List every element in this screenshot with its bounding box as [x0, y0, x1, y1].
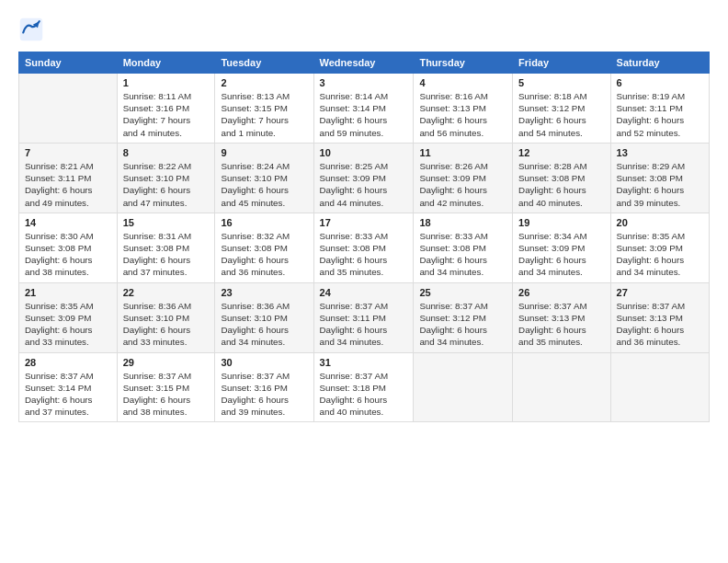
day-info: Sunrise: 8:37 AMSunset: 3:18 PMDaylight:… — [320, 370, 408, 419]
day-number: 15 — [123, 217, 210, 228]
day-info: Sunrise: 8:33 AMSunset: 3:08 PMDaylight:… — [419, 230, 506, 279]
day-info: Sunrise: 8:19 AMSunset: 3:11 PMDaylight:… — [617, 90, 703, 139]
calendar-cell: 10Sunrise: 8:25 AMSunset: 3:09 PMDayligh… — [313, 143, 414, 213]
calendar-cell — [610, 352, 709, 422]
calendar-cell: 31Sunrise: 8:37 AMSunset: 3:18 PMDayligh… — [313, 352, 414, 422]
day-number: 18 — [419, 217, 506, 228]
day-info: Sunrise: 8:16 AMSunset: 3:13 PMDaylight:… — [419, 90, 506, 139]
calendar-cell: 25Sunrise: 8:37 AMSunset: 3:12 PMDayligh… — [414, 282, 513, 352]
calendar-cell: 11Sunrise: 8:26 AMSunset: 3:09 PMDayligh… — [414, 143, 513, 213]
day-number: 17 — [320, 217, 408, 228]
calendar-week-5: 28Sunrise: 8:37 AMSunset: 3:14 PMDayligh… — [19, 352, 710, 422]
day-number: 4 — [419, 77, 506, 88]
day-info: Sunrise: 8:31 AMSunset: 3:08 PMDaylight:… — [123, 230, 210, 279]
calendar-cell: 24Sunrise: 8:37 AMSunset: 3:11 PMDayligh… — [313, 282, 414, 352]
calendar-header: SundayMondayTuesdayWednesdayThursdayFrid… — [19, 52, 710, 74]
day-number: 2 — [221, 77, 307, 88]
calendar-cell: 13Sunrise: 8:29 AMSunset: 3:08 PMDayligh… — [610, 143, 709, 213]
weekday-header-wednesday: Wednesday — [313, 52, 414, 74]
day-info: Sunrise: 8:26 AMSunset: 3:09 PMDaylight:… — [419, 160, 506, 209]
page-header — [18, 17, 710, 42]
day-info: Sunrise: 8:14 AMSunset: 3:14 PMDaylight:… — [320, 90, 408, 139]
calendar-cell: 9Sunrise: 8:24 AMSunset: 3:10 PMDaylight… — [215, 143, 313, 213]
day-number: 10 — [320, 147, 408, 158]
calendar-cell: 12Sunrise: 8:28 AMSunset: 3:08 PMDayligh… — [513, 143, 610, 213]
day-number: 19 — [518, 217, 604, 228]
day-number: 22 — [123, 287, 210, 298]
day-info: Sunrise: 8:35 AMSunset: 3:09 PMDaylight:… — [617, 230, 703, 279]
calendar-week-1: 1Sunrise: 8:11 AMSunset: 3:16 PMDaylight… — [19, 74, 710, 144]
day-info: Sunrise: 8:24 AMSunset: 3:10 PMDaylight:… — [221, 160, 307, 209]
calendar-cell: 6Sunrise: 8:19 AMSunset: 3:11 PMDaylight… — [610, 74, 709, 144]
day-info: Sunrise: 8:22 AMSunset: 3:10 PMDaylight:… — [123, 160, 210, 209]
day-info: Sunrise: 8:13 AMSunset: 3:15 PMDaylight:… — [221, 90, 307, 139]
weekday-header-sunday: Sunday — [19, 52, 118, 74]
day-number: 11 — [419, 147, 506, 158]
calendar-cell: 30Sunrise: 8:37 AMSunset: 3:16 PMDayligh… — [215, 352, 313, 422]
day-number: 9 — [221, 147, 307, 158]
calendar-cell: 22Sunrise: 8:36 AMSunset: 3:10 PMDayligh… — [117, 282, 215, 352]
day-number: 24 — [320, 287, 408, 298]
calendar-cell: 28Sunrise: 8:37 AMSunset: 3:14 PMDayligh… — [19, 352, 118, 422]
day-number: 29 — [123, 357, 210, 368]
day-info: Sunrise: 8:37 AMSunset: 3:13 PMDaylight:… — [617, 300, 703, 349]
day-number: 6 — [617, 77, 703, 88]
calendar-cell: 5Sunrise: 8:18 AMSunset: 3:12 PMDaylight… — [513, 74, 610, 144]
calendar-cell — [414, 352, 513, 422]
calendar-week-3: 14Sunrise: 8:30 AMSunset: 3:08 PMDayligh… — [19, 213, 710, 282]
day-number: 13 — [617, 147, 703, 158]
calendar-cell: 7Sunrise: 8:21 AMSunset: 3:11 PMDaylight… — [19, 143, 118, 213]
calendar-cell: 2Sunrise: 8:13 AMSunset: 3:15 PMDaylight… — [215, 74, 313, 144]
day-number: 5 — [518, 77, 604, 88]
day-number: 28 — [25, 357, 111, 368]
calendar-cell: 18Sunrise: 8:33 AMSunset: 3:08 PMDayligh… — [414, 213, 513, 282]
day-info: Sunrise: 8:37 AMSunset: 3:16 PMDaylight:… — [221, 370, 307, 419]
day-info: Sunrise: 8:18 AMSunset: 3:12 PMDaylight:… — [518, 90, 604, 139]
logo — [18, 17, 48, 42]
day-info: Sunrise: 8:30 AMSunset: 3:08 PMDaylight:… — [25, 230, 111, 279]
calendar-cell: 4Sunrise: 8:16 AMSunset: 3:13 PMDaylight… — [414, 74, 513, 144]
calendar-cell — [513, 352, 610, 422]
weekday-header-thursday: Thursday — [414, 52, 513, 74]
day-number: 14 — [25, 217, 111, 228]
weekday-header-tuesday: Tuesday — [215, 52, 313, 74]
calendar-cell: 23Sunrise: 8:36 AMSunset: 3:10 PMDayligh… — [215, 282, 313, 352]
calendar-cell: 20Sunrise: 8:35 AMSunset: 3:09 PMDayligh… — [610, 213, 709, 282]
day-number: 3 — [320, 77, 408, 88]
day-info: Sunrise: 8:36 AMSunset: 3:10 PMDaylight:… — [123, 300, 210, 349]
weekday-header-monday: Monday — [117, 52, 215, 74]
day-info: Sunrise: 8:33 AMSunset: 3:08 PMDaylight:… — [320, 230, 408, 279]
calendar-cell: 8Sunrise: 8:22 AMSunset: 3:10 PMDaylight… — [117, 143, 215, 213]
calendar-cell: 19Sunrise: 8:34 AMSunset: 3:09 PMDayligh… — [513, 213, 610, 282]
calendar-cell: 27Sunrise: 8:37 AMSunset: 3:13 PMDayligh… — [610, 282, 709, 352]
day-info: Sunrise: 8:37 AMSunset: 3:11 PMDaylight:… — [320, 300, 408, 349]
day-info: Sunrise: 8:37 AMSunset: 3:14 PMDaylight:… — [25, 370, 111, 419]
calendar-cell: 14Sunrise: 8:30 AMSunset: 3:08 PMDayligh… — [19, 213, 118, 282]
day-info: Sunrise: 8:37 AMSunset: 3:12 PMDaylight:… — [419, 300, 506, 349]
day-info: Sunrise: 8:35 AMSunset: 3:09 PMDaylight:… — [25, 300, 111, 349]
day-number: 25 — [419, 287, 506, 298]
day-info: Sunrise: 8:32 AMSunset: 3:08 PMDaylight:… — [221, 230, 307, 279]
day-info: Sunrise: 8:36 AMSunset: 3:10 PMDaylight:… — [221, 300, 307, 349]
day-number: 1 — [123, 77, 210, 88]
day-info: Sunrise: 8:28 AMSunset: 3:08 PMDaylight:… — [518, 160, 604, 209]
day-number: 31 — [320, 357, 408, 368]
day-number: 23 — [221, 287, 307, 298]
day-number: 16 — [221, 217, 307, 228]
calendar-cell — [19, 74, 118, 144]
day-number: 21 — [25, 287, 111, 298]
calendar-week-4: 21Sunrise: 8:35 AMSunset: 3:09 PMDayligh… — [19, 282, 710, 352]
day-info: Sunrise: 8:37 AMSunset: 3:15 PMDaylight:… — [123, 370, 210, 419]
weekday-header-saturday: Saturday — [610, 52, 709, 74]
day-number: 8 — [123, 147, 210, 158]
calendar-cell: 17Sunrise: 8:33 AMSunset: 3:08 PMDayligh… — [313, 213, 414, 282]
day-number: 26 — [518, 287, 604, 298]
weekday-header-row: SundayMondayTuesdayWednesdayThursdayFrid… — [19, 52, 710, 74]
day-info: Sunrise: 8:21 AMSunset: 3:11 PMDaylight:… — [25, 160, 111, 209]
calendar-body: 1Sunrise: 8:11 AMSunset: 3:16 PMDaylight… — [19, 74, 710, 422]
calendar-cell: 29Sunrise: 8:37 AMSunset: 3:15 PMDayligh… — [117, 352, 215, 422]
day-number: 12 — [518, 147, 604, 158]
calendar-cell: 26Sunrise: 8:37 AMSunset: 3:13 PMDayligh… — [513, 282, 610, 352]
day-info: Sunrise: 8:11 AMSunset: 3:16 PMDaylight:… — [123, 90, 210, 139]
calendar-cell: 16Sunrise: 8:32 AMSunset: 3:08 PMDayligh… — [215, 213, 313, 282]
